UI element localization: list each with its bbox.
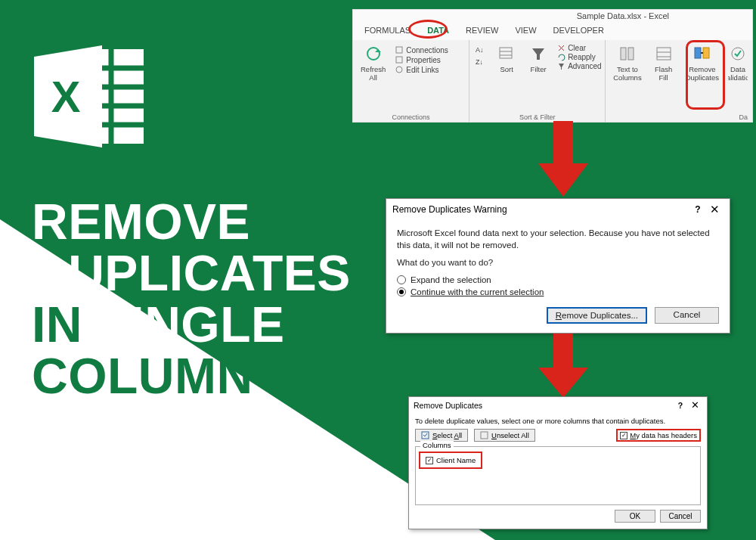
reapply-filter[interactable]: Reapply: [557, 53, 601, 61]
headline-word-4: COLUMN: [32, 348, 253, 404]
columns-list: Columns Client Name: [415, 446, 701, 505]
dialog2-help-button[interactable]: ?: [674, 401, 687, 410]
checkbox-icon: [426, 457, 433, 464]
radio-expand-selection[interactable]: Expand the selection: [397, 275, 719, 284]
edit-links-link[interactable]: Edit Links: [395, 65, 448, 74]
radio-icon-selected: [397, 287, 406, 296]
sort-icon: [497, 44, 516, 64]
my-data-has-headers-checkbox[interactable]: My data has headers: [616, 429, 701, 442]
headline-text: REMOVE DUPLICATES IN SINGLE COLUMN: [32, 197, 351, 402]
headline-word-3b: SINGLE: [82, 296, 285, 352]
dialog2-instruction: To delete duplicate values, select one o…: [415, 417, 701, 425]
excel-ribbon: Sample Data.xlsx - Excel FORMULAS DATA R…: [352, 9, 753, 123]
text-to-columns-button[interactable]: Text to Columns: [610, 42, 645, 83]
svg-text:X: X: [51, 72, 81, 121]
properties-link[interactable]: Properties: [395, 55, 448, 64]
flash-fill-icon: [654, 44, 674, 64]
filter-button[interactable]: Filter: [525, 42, 551, 75]
advanced-filter[interactable]: Advanced: [557, 62, 601, 70]
tab-view[interactable]: VIEW: [507, 23, 544, 37]
cancel-button[interactable]: Cancel: [655, 307, 719, 324]
unselect-all-icon: [480, 431, 489, 439]
svg-rect-16: [500, 48, 512, 58]
group-data-tools-label: Da: [610, 112, 748, 121]
arrow-down-icon: [538, 334, 588, 401]
remove-duplicates-confirm-button[interactable]: Remove Duplicates...: [547, 307, 647, 324]
highlight-data-tab: [408, 20, 448, 39]
columns-label: Columns: [420, 441, 454, 449]
window-title: Sample Data.xlsx - Excel: [353, 11, 752, 20]
svg-rect-25: [657, 48, 671, 60]
select-all-icon: [421, 431, 430, 439]
svg-marker-22: [559, 64, 564, 70]
dialog2-title: Remove Duplicates: [414, 401, 674, 410]
svg-rect-32: [553, 121, 573, 163]
sort-az-button[interactable]: A↓: [474, 44, 488, 54]
svg-rect-23: [621, 48, 626, 60]
dialog-title: Remove Duplicates Warning: [392, 204, 690, 215]
select-all-button[interactable]: Select All: [415, 429, 468, 442]
tab-review[interactable]: REVIEW: [457, 23, 507, 37]
refresh-icon: [364, 44, 383, 64]
clear-filter[interactable]: Clear: [557, 44, 601, 52]
svg-marker-33: [538, 163, 588, 197]
svg-point-13: [396, 67, 402, 73]
svg-rect-12: [396, 57, 402, 63]
sort-za-button[interactable]: Z↓: [474, 56, 488, 67]
arrow-down-icon: [538, 121, 588, 200]
svg-rect-11: [396, 47, 402, 53]
column-client-name[interactable]: Client Name: [419, 452, 482, 469]
dialog-close-button[interactable]: ✕: [705, 203, 723, 216]
filter-icon: [528, 44, 548, 64]
remove-duplicates-dialog: Remove Duplicates ? ✕ To delete duplicat…: [408, 396, 708, 529]
connections-link[interactable]: Connections: [395, 45, 448, 54]
group-connections-label: Connections: [358, 112, 464, 121]
data-validation-button[interactable]: Data Validation: [728, 42, 748, 83]
svg-marker-19: [532, 48, 544, 60]
flash-fill-button[interactable]: Flash Fill: [651, 42, 677, 83]
svg-marker-35: [538, 368, 588, 398]
checkbox-icon: [620, 432, 627, 439]
radio-continue-current[interactable]: Continue with the current selection: [397, 287, 719, 296]
cancel-button[interactable]: Cancel: [660, 510, 701, 523]
svg-text:A↓: A↓: [476, 46, 484, 54]
ok-button[interactable]: OK: [615, 510, 655, 523]
headline-word-1: REMOVE: [32, 194, 250, 250]
refresh-all-button[interactable]: Refresh All: [358, 42, 389, 83]
sort-button[interactable]: Sort: [494, 42, 519, 75]
dialog-message: Microsoft Excel found data next to your …: [397, 228, 719, 251]
data-validation-icon: [728, 44, 748, 64]
tab-developer[interactable]: DEVELOPER: [545, 23, 612, 37]
svg-marker-10: [375, 49, 381, 52]
headline-word-2: DUPLICATES: [32, 245, 351, 301]
remove-duplicates-warning-dialog: Remove Duplicates Warning ? ✕ Microsoft …: [386, 198, 730, 334]
svg-rect-34: [553, 334, 573, 368]
dialog2-close-button[interactable]: ✕: [687, 399, 702, 411]
svg-rect-24: [628, 48, 634, 60]
unselect-all-button[interactable]: Unselect All: [474, 429, 535, 442]
highlight-remove-duplicates: [686, 40, 725, 110]
dialog-prompt: What do you want to do?: [397, 257, 719, 269]
headline-word-3a: IN: [32, 296, 82, 352]
svg-rect-37: [481, 432, 488, 439]
dialog-help-button[interactable]: ?: [690, 204, 705, 215]
excel-logo-icon: X: [34, 42, 151, 154]
svg-text:Z↓: Z↓: [476, 58, 483, 66]
text-to-columns-icon: [618, 44, 637, 64]
group-sort-filter-label: Sort & Filter: [474, 112, 600, 121]
radio-icon: [397, 275, 406, 284]
